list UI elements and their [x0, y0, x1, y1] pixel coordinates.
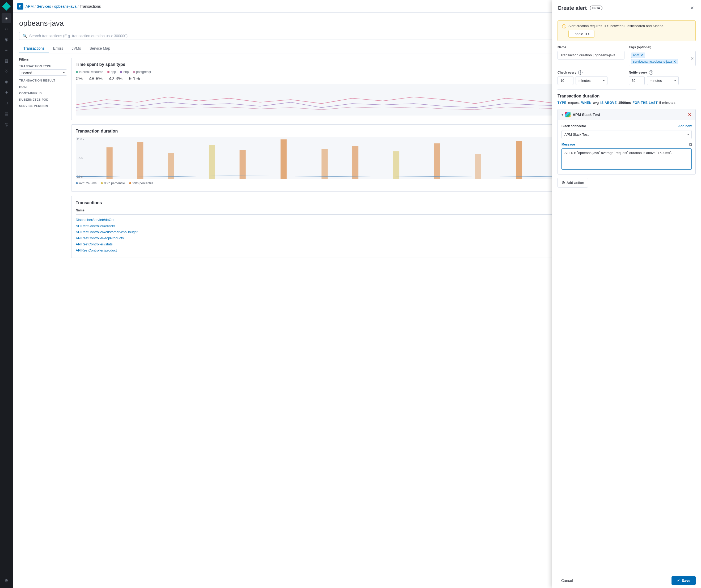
sidebar-item-metrics[interactable]: ▦: [2, 56, 11, 65]
duration-y-mid: 5.5 s: [77, 157, 83, 160]
sidebar: ◈ ⌂ ◉ ≡ ▦ ♡ ⊕ ✦ □ ▤ ◎ ⚙: [0, 0, 13, 588]
sidebar-item-canvas[interactable]: □: [2, 98, 11, 108]
svg-rect-2: [168, 153, 174, 179]
span-val-0: 0%: [76, 76, 83, 81]
info-icon: ⓘ: [562, 24, 566, 29]
legend-dot-app: [107, 71, 109, 73]
sidebar-item-maps[interactable]: ⊕: [2, 77, 11, 86]
filters-panel: Filters TRANSACTION TYPE request▾ TRANSA…: [19, 58, 67, 258]
sidebar-item-apm[interactable]: ◈: [2, 13, 11, 23]
notify-every-col: Notify every ? minutes ▾: [629, 70, 696, 85]
connector-chevron-icon: ▾: [687, 133, 689, 136]
name-tags-row: Name Tags (optional) apm ✕ service.name:…: [557, 45, 696, 66]
legend-internal: InternalResource: [76, 70, 103, 74]
sidebar-item-uptime[interactable]: ♡: [2, 66, 11, 76]
tls-warning-text: Alert creation requires TLS between Elas…: [568, 24, 664, 28]
connector-select[interactable]: APM Slack Test ▾: [561, 130, 692, 139]
tag-apm: apm ✕: [631, 53, 645, 58]
collapse-arrow-icon[interactable]: ▾: [561, 113, 563, 116]
legend-95th: 95th percentile: [101, 182, 125, 185]
condition-title: Transaction duration: [557, 94, 696, 98]
svg-rect-0: [106, 148, 113, 179]
app-logo[interactable]: [2, 2, 11, 11]
check-notify-row: Check every ? minutes ▾ Notify every ?: [557, 70, 696, 85]
duration-section: Transaction duration TYPE request WHEN a…: [557, 94, 696, 105]
save-button[interactable]: ✓ Save: [672, 576, 696, 585]
sidebar-item-observability[interactable]: ◉: [2, 34, 11, 44]
span-val-2: 42.3%: [109, 76, 123, 81]
add-action-button[interactable]: ⊕ Add action: [557, 178, 588, 188]
alert-panel: Create alert BETA ✕ ⓘ Alert creation req…: [552, 0, 701, 588]
legend-dot-postgresql: [133, 71, 135, 73]
tags-col: Tags (optional) apm ✕ service.name:opbea…: [629, 45, 696, 66]
panel-title: Create alert BETA: [557, 5, 603, 11]
when-value: avg: [593, 101, 599, 105]
panel-header: Create alert BETA ✕: [552, 0, 701, 16]
check-every-unit-select[interactable]: minutes ▾: [575, 76, 608, 85]
plus-icon: ⊕: [561, 180, 565, 185]
filter-select-type[interactable]: request▾: [19, 69, 67, 76]
notify-every-input[interactable]: [629, 76, 645, 85]
tags-wrapper[interactable]: apm ✕ service.name:opbeans-java ✕ ✕: [629, 51, 696, 66]
span-val-3: 9.1%: [129, 76, 140, 81]
breadcrumb: APM / Services / opbeans-java / Transact…: [25, 4, 101, 8]
svg-rect-5: [281, 139, 287, 179]
for-the-last-label: FOR THE LAST: [633, 101, 658, 105]
legend-dot-avg: [76, 182, 78, 184]
sidebar-item-settings[interactable]: ⚙: [2, 576, 11, 585]
tags-clear-button[interactable]: ✕: [690, 56, 694, 61]
notify-every-unit-select[interactable]: minutes ▾: [647, 76, 679, 85]
tab-service-map[interactable]: Service Map: [85, 44, 114, 53]
type-label: TYPE: [557, 101, 566, 105]
svg-rect-9: [434, 143, 440, 179]
svg-rect-6: [321, 149, 328, 179]
check-every-input-group: minutes ▾: [557, 76, 625, 85]
close-button[interactable]: ✕: [688, 4, 696, 12]
filter-label-container: CONTAINER ID: [19, 92, 67, 95]
filter-label-host: HOST: [19, 85, 67, 88]
legend-dot-internal: [76, 71, 78, 73]
cancel-button[interactable]: Cancel: [557, 576, 576, 585]
duration-y-max: 11.0 s: [77, 138, 84, 141]
type-value: request: [568, 101, 579, 105]
add-new-connector-link[interactable]: Add new: [678, 124, 692, 128]
name-col: Name: [557, 45, 625, 66]
name-input[interactable]: [557, 51, 625, 59]
check-every-input[interactable]: [557, 76, 573, 85]
breadcrumb-apm[interactable]: APM: [25, 4, 33, 8]
legend-app: app: [107, 70, 116, 74]
sidebar-item-home[interactable]: ⌂: [2, 24, 11, 33]
tag-service-name: service.name:opbeans-java ✕: [631, 59, 678, 64]
filter-label-version: SERVICE VERSION: [19, 104, 67, 107]
message-label-row: Message ⧉: [561, 142, 692, 147]
notify-every-chevron-icon: ▾: [674, 79, 676, 82]
enable-tls-button[interactable]: Enable TLS: [568, 30, 595, 38]
legend-http: http: [120, 70, 129, 74]
check-every-chevron-icon: ▾: [603, 79, 605, 82]
sidebar-item-ml[interactable]: ✦: [2, 88, 11, 97]
tab-transactions[interactable]: Transactions: [19, 44, 49, 53]
checkmark-icon: ✓: [677, 578, 680, 583]
sidebar-item-dashboard[interactable]: ▤: [2, 109, 11, 118]
tag-apm-remove[interactable]: ✕: [640, 53, 643, 57]
copy-template-icon[interactable]: ⧉: [689, 142, 692, 147]
legend-99th: 99th percentile: [129, 182, 153, 185]
panel-body: ⓘ Alert creation requires TLS between El…: [552, 16, 701, 573]
notify-every-info-icon: ?: [649, 70, 653, 75]
sidebar-item-discover[interactable]: ◎: [2, 119, 11, 129]
svg-rect-7: [352, 146, 358, 179]
tab-errors[interactable]: Errors: [49, 44, 67, 53]
tags-label: Tags (optional): [629, 45, 696, 49]
svg-rect-4: [240, 150, 246, 179]
breadcrumb-current: Transactions: [80, 4, 101, 8]
breadcrumb-services[interactable]: Services: [37, 4, 51, 8]
threshold-value: 1500ms: [618, 101, 631, 105]
is-above-label: IS ABOVE: [600, 101, 617, 105]
tab-jvms[interactable]: JVMs: [67, 44, 85, 53]
tag-service-name-remove[interactable]: ✕: [673, 60, 676, 63]
sidebar-item-logs[interactable]: ≡: [2, 45, 11, 55]
action-delete-button[interactable]: ✕: [688, 112, 692, 118]
breadcrumb-service-name[interactable]: opbeans-java: [54, 4, 76, 8]
svg-rect-10: [475, 154, 481, 179]
message-textarea[interactable]: ALERT: `opbeans-java` average `request` …: [561, 149, 692, 170]
